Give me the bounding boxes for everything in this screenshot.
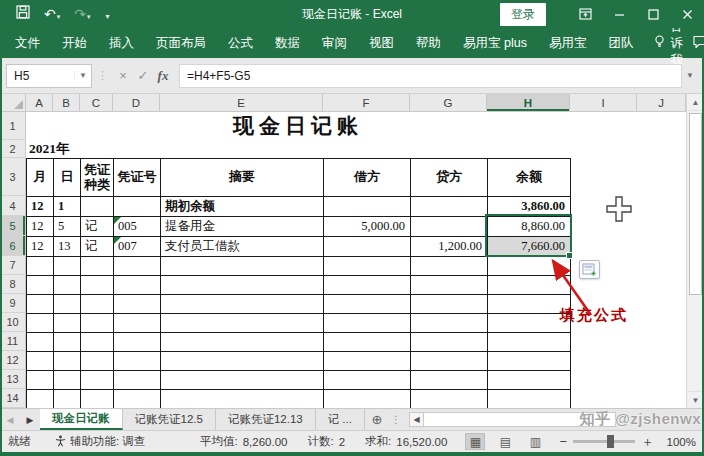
column-header-G[interactable]: G xyxy=(410,94,487,112)
cell-D13[interactable] xyxy=(114,371,161,390)
cell-F9[interactable] xyxy=(324,295,411,314)
insert-function-icon[interactable]: fx xyxy=(153,68,173,84)
cell-E9[interactable] xyxy=(161,295,324,314)
cell-D5[interactable]: 005 xyxy=(114,217,161,237)
column-header-H[interactable]: H xyxy=(487,94,570,112)
cell-B3[interactable]: 日 xyxy=(54,159,81,197)
cell-G11[interactable] xyxy=(411,333,488,352)
sheet-tab-1[interactable]: 现金日记账 xyxy=(40,409,123,430)
cell-E10[interactable] xyxy=(161,314,324,333)
cell-B9[interactable] xyxy=(54,295,81,314)
cell-B14[interactable] xyxy=(54,390,81,408)
ribbon-tab-11[interactable]: 易用宝 xyxy=(538,28,598,58)
ribbon-tab-1[interactable]: 文件 xyxy=(4,28,51,58)
cell-C4[interactable] xyxy=(81,197,114,217)
row-header-13[interactable]: 13 xyxy=(0,370,26,389)
maximize-button[interactable] xyxy=(636,0,670,28)
ribbon-display-options-icon[interactable] xyxy=(568,0,602,28)
cell-B12[interactable] xyxy=(54,352,81,371)
vertical-scroll-thumb[interactable] xyxy=(689,113,702,295)
save-icon[interactable] xyxy=(16,5,30,23)
column-header-B[interactable]: B xyxy=(53,94,80,112)
cell-H6[interactable]: 7,660.00 xyxy=(488,237,571,257)
auto-fill-options-button[interactable] xyxy=(579,260,600,279)
cell-G5[interactable] xyxy=(411,217,488,237)
cell-C6[interactable]: 记 xyxy=(81,237,114,257)
column-header-D[interactable]: D xyxy=(113,94,160,112)
redo-button[interactable]: ↷▾ xyxy=(74,5,90,23)
ribbon-tab-12[interactable]: 团队 xyxy=(597,28,644,58)
cell-G8[interactable] xyxy=(411,276,488,295)
ribbon-tab-10[interactable]: 易用宝 plus xyxy=(452,28,538,58)
cell-E11[interactable] xyxy=(161,333,324,352)
cell-B4[interactable]: 1 xyxy=(54,197,81,217)
cell-A6[interactable]: 12 xyxy=(27,237,54,257)
row-header-4[interactable]: 4 xyxy=(0,196,26,216)
cell-E4[interactable]: 期初余额 xyxy=(161,197,324,217)
expand-formula-bar-icon[interactable]: ▼ xyxy=(682,71,698,80)
cell-B8[interactable] xyxy=(54,276,81,295)
ribbon-tab-2[interactable]: 开始 xyxy=(51,28,98,58)
cell-H14[interactable] xyxy=(488,390,571,408)
column-header-J[interactable]: J xyxy=(637,94,686,112)
cell-E14[interactable] xyxy=(161,390,324,408)
fill-handle[interactable] xyxy=(566,252,573,259)
cell-C14[interactable] xyxy=(81,390,114,408)
cell-A3[interactable]: 月 xyxy=(27,159,54,197)
ribbon-tab-6[interactable]: 数据 xyxy=(264,28,311,58)
cell-F10[interactable] xyxy=(324,314,411,333)
cell-F11[interactable] xyxy=(324,333,411,352)
cell-H13[interactable] xyxy=(488,371,571,390)
cell-G14[interactable] xyxy=(411,390,488,408)
accessibility-status[interactable]: 辅助功能: 调查 xyxy=(55,434,145,449)
row-header-3[interactable]: 3 xyxy=(0,158,26,196)
formula-input[interactable]: =H4+F5-G5 xyxy=(179,64,682,88)
zoom-out-icon[interactable]: − xyxy=(559,434,567,449)
cell-F13[interactable] xyxy=(324,371,411,390)
year-cell[interactable]: 2021年 xyxy=(29,140,70,158)
cell-D7[interactable] xyxy=(114,257,161,276)
zoom-slider[interactable] xyxy=(573,440,635,443)
cell-C10[interactable] xyxy=(81,314,114,333)
row-header-6[interactable]: 6 xyxy=(0,236,26,256)
enter-formula-icon[interactable]: ✓ xyxy=(133,68,153,83)
ribbon-tab-7[interactable]: 审阅 xyxy=(311,28,358,58)
hscroll-left-icon[interactable]: ◀ xyxy=(409,412,424,427)
row-header-9[interactable]: 9 xyxy=(0,294,26,313)
cell-A11[interactable] xyxy=(27,333,54,352)
cell-D8[interactable] xyxy=(114,276,161,295)
cell-C11[interactable] xyxy=(81,333,114,352)
cell-E12[interactable] xyxy=(161,352,324,371)
cell-D3[interactable]: 凭证号 xyxy=(114,159,161,197)
page-break-view-icon[interactable]: ▥ xyxy=(525,433,545,450)
row-header-8[interactable]: 8 xyxy=(0,275,26,294)
cell-B10[interactable] xyxy=(54,314,81,333)
normal-view-icon[interactable]: ▦ xyxy=(465,433,485,450)
cell-D9[interactable] xyxy=(114,295,161,314)
cell-E6[interactable]: 支付员工借款 xyxy=(161,237,324,257)
row-header-14[interactable]: 14 xyxy=(0,389,26,408)
cell-H5[interactable]: 8,860.00 xyxy=(488,217,571,237)
cell-A5[interactable]: 12 xyxy=(27,217,54,237)
cell-B6[interactable]: 13 xyxy=(54,237,81,257)
comments-button[interactable] xyxy=(693,35,704,51)
zoom-percentage[interactable]: 100% xyxy=(660,436,696,448)
column-header-C[interactable]: C xyxy=(80,94,113,112)
page-layout-view-icon[interactable]: ▤ xyxy=(495,433,515,450)
cell-A13[interactable] xyxy=(27,371,54,390)
ribbon-tab-8[interactable]: 视图 xyxy=(358,28,405,58)
cell-D11[interactable] xyxy=(114,333,161,352)
cell-C7[interactable] xyxy=(81,257,114,276)
cell-F5[interactable]: 5,000.00 xyxy=(324,217,411,237)
cell-E13[interactable] xyxy=(161,371,324,390)
sign-in-button[interactable]: 登录 xyxy=(500,3,546,26)
cell-B11[interactable] xyxy=(54,333,81,352)
cell-F12[interactable] xyxy=(324,352,411,371)
cell-F4[interactable] xyxy=(324,197,411,217)
cell-F6[interactable] xyxy=(324,237,411,257)
cell-A14[interactable] xyxy=(27,390,54,408)
sheet-tab-4[interactable]: 记 ... xyxy=(316,409,365,430)
cell-C8[interactable] xyxy=(81,276,114,295)
column-header-E[interactable]: E xyxy=(160,94,323,112)
cell-D12[interactable] xyxy=(114,352,161,371)
